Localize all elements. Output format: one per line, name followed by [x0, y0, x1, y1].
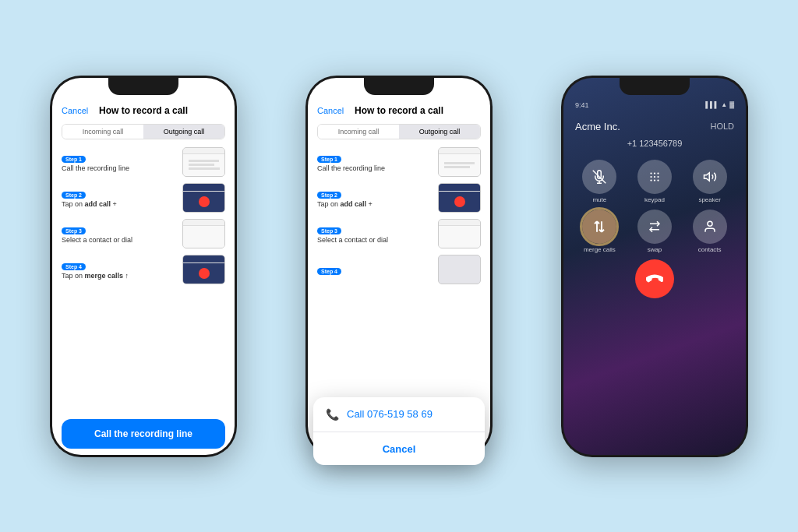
step-row-4: Step 4 Tap on merge calls ↑: [62, 255, 225, 284]
svg-point-9: [650, 179, 651, 181]
p2-step-row-4: Step 4: [317, 255, 481, 284]
step-text-3: Select a contact or dial: [62, 236, 176, 245]
p2-step-text-1: Call the recording line: [317, 164, 432, 174]
phone-notch-2: [364, 78, 434, 95]
svg-point-8: [657, 175, 659, 177]
step-row-2: Step 2 Tap on add call +: [62, 183, 225, 213]
svg-point-7: [654, 175, 655, 177]
dialog-cancel-text: Cancel: [383, 443, 416, 455]
contacts-label: contacts: [698, 246, 722, 253]
svg-point-13: [708, 221, 712, 226]
p2-step-img-4: [438, 255, 481, 284]
call-dialog: 📞 Call 076-519 58 69 Cancel: [313, 397, 485, 465]
step-text-4: Tap on merge calls ↑: [62, 272, 176, 281]
phone-notch-3: [620, 78, 690, 95]
mute-label: mute: [592, 196, 606, 203]
tab-incoming-1[interactable]: Incoming call: [62, 125, 143, 139]
p2-step-img-1: [438, 147, 481, 177]
tab-outgoing-1[interactable]: Outgoing call: [143, 125, 224, 139]
step-badge-1: Step 1: [62, 156, 86, 163]
speaker-icon: [693, 160, 727, 194]
keypad-label: keypad: [644, 196, 665, 203]
svg-point-5: [657, 172, 659, 174]
tab-outgoing-2[interactable]: Outgoing call: [399, 125, 480, 139]
tab-incoming-2[interactable]: Incoming call: [318, 125, 399, 139]
step-badge-3: Step 3: [62, 227, 86, 234]
dialog-call-row[interactable]: 📞 Call 076-519 58 69: [313, 397, 485, 432]
tab-bar-2: Incoming call Outgoing call: [317, 124, 481, 139]
p2-step-text-2: Tap on add call +: [317, 200, 432, 210]
caller-info: Acme Inc. HOLD: [575, 121, 734, 132]
p2-step-row-3: Step 3 Select a contact or dial: [317, 219, 481, 248]
step-img-1: [182, 147, 225, 177]
status-time: 9:41: [575, 101, 589, 109]
dialog-cancel-row[interactable]: Cancel: [313, 432, 485, 465]
contacts-icon: [693, 210, 727, 244]
phone-2-wrapper: Cancel How to record a call Incoming cal…: [305, 76, 493, 457]
step-row-1: Step 1 Call the recording line: [62, 147, 225, 177]
svg-point-4: [654, 172, 655, 174]
p2-step-badge-4: Step 4: [317, 268, 341, 275]
step-img-4: [182, 255, 225, 284]
step-row-3: Step 3 Select a contact or dial: [62, 219, 225, 248]
step-text-1: Call the recording line: [62, 164, 176, 174]
swap-button[interactable]: swap: [630, 210, 680, 253]
screen-title-1: How to record a call: [99, 105, 188, 116]
p2-step-badge-1: Step 1: [317, 156, 341, 163]
p2-step-badge-3: Step 3: [317, 227, 341, 234]
hold-label: HOLD: [710, 122, 734, 131]
status-icons: ▌▌▌ ▲ ▓: [705, 101, 734, 109]
p2-step-img-3: [438, 219, 481, 248]
step-badge-4: Step 4: [62, 263, 86, 270]
svg-point-3: [650, 172, 651, 174]
scene: Cancel How to record a call Incoming cal…: [0, 0, 798, 532]
step-img-3: [182, 219, 225, 248]
signal-icon: ▌▌▌: [705, 101, 719, 108]
caller-name: Acme Inc.: [575, 121, 620, 132]
cancel-link-1[interactable]: Cancel: [62, 106, 88, 115]
speaker-label: speaker: [698, 196, 720, 203]
merge-calls-button[interactable]: merge calls: [575, 210, 624, 253]
phone-icon: 📞: [326, 408, 339, 421]
tab-bar-1: Incoming call Outgoing call: [62, 124, 225, 139]
cta-button-1[interactable]: Call the recording line: [62, 419, 225, 449]
svg-point-11: [657, 179, 659, 181]
battery-icon: ▓: [729, 101, 734, 108]
svg-point-10: [654, 179, 655, 181]
merge-calls-icon: [582, 210, 616, 244]
keypad-icon: [637, 160, 672, 194]
p2-step-badge-2: Step 2: [317, 192, 341, 199]
cancel-link-2[interactable]: Cancel: [317, 106, 344, 115]
phone-notch-1: [108, 78, 178, 95]
wifi-icon: ▲: [721, 101, 727, 108]
step-img-2: [182, 183, 225, 213]
caller-number: +1 123456789: [575, 139, 734, 148]
phone-3: 9:41 ▌▌▌ ▲ ▓ Acme Inc. HOLD +1 123456789: [561, 76, 748, 457]
mute-button[interactable]: mute: [575, 160, 624, 203]
p2-step-img-2: [438, 183, 481, 213]
screen-title-2: How to record a call: [355, 105, 443, 116]
step-text-2: Tap on add call +: [62, 200, 176, 210]
status-bar: 9:41 ▌▌▌ ▲ ▓: [575, 101, 734, 109]
dialog-call-text: Call 076-519 58 69: [347, 408, 433, 420]
mute-icon: [582, 160, 616, 194]
keypad-button[interactable]: keypad: [630, 160, 680, 203]
p2-step-row-1: Step 1 Call the recording line: [317, 147, 481, 177]
swap-label: swap: [648, 246, 662, 253]
call-grid: mute keypad speaker: [575, 160, 734, 253]
svg-point-6: [650, 175, 651, 177]
p2-step-row-2: Step 2 Tap on add call +: [317, 183, 481, 213]
phone-1: Cancel How to record a call Incoming cal…: [50, 76, 237, 457]
svg-marker-12: [704, 172, 709, 181]
end-call-button[interactable]: [635, 259, 674, 298]
p2-step-text-3: Select a contact or dial: [317, 236, 432, 245]
speaker-button[interactable]: speaker: [685, 160, 734, 203]
step-badge-2: Step 2: [62, 192, 86, 199]
swap-icon: [637, 210, 672, 244]
contacts-button[interactable]: contacts: [685, 210, 734, 253]
merge-calls-label: merge calls: [584, 246, 616, 253]
